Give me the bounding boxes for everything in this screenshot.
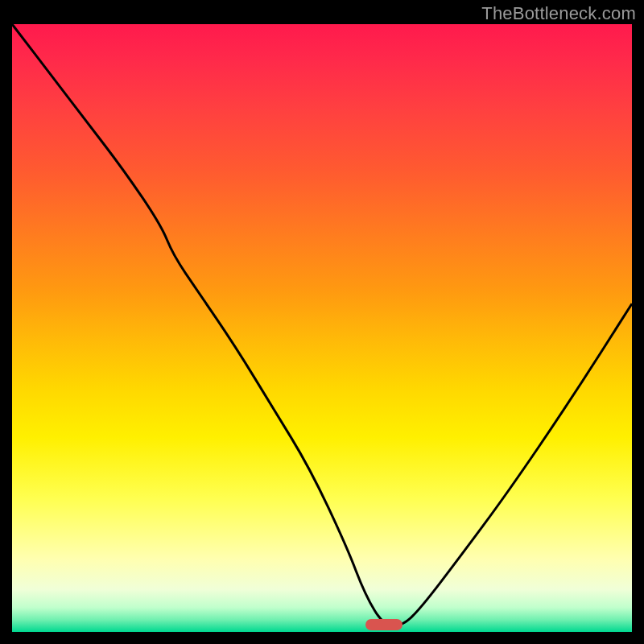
curve-path [12, 24, 632, 625]
minimum-marker [365, 619, 402, 630]
plot-area [12, 24, 632, 632]
watermark-label: TheBottleneck.com [481, 3, 636, 24]
chart-frame: TheBottleneck.com [0, 0, 644, 644]
bottleneck-curve [12, 24, 632, 632]
